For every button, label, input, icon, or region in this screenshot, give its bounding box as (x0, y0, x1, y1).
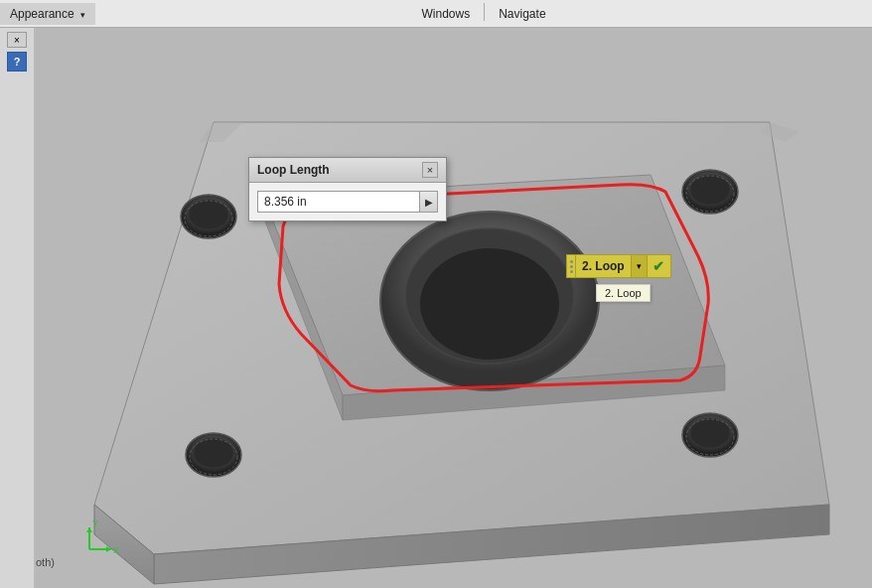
svg-text:Y: Y (92, 518, 98, 528)
menu-item-appearance[interactable]: Appearance ▾ (0, 3, 95, 25)
close-icon: × (14, 35, 20, 46)
appearance-label: Appearance (10, 7, 74, 21)
dialog-expand-button[interactable]: ▶ (420, 191, 438, 213)
dialog-title: Loop Length (257, 163, 330, 177)
menu-item-navigate[interactable]: Navigate (489, 3, 555, 25)
dot-2 (570, 265, 573, 268)
svg-point-21 (690, 418, 730, 448)
menu-separator-1 (484, 3, 485, 21)
dot-1 (570, 260, 573, 263)
dialog-close-button[interactable]: × (422, 162, 438, 178)
check-icon: ✔ (653, 258, 664, 274)
dialog-title-bar: Loop Length × (249, 158, 446, 183)
chevron-down-icon: ▾ (637, 261, 642, 271)
menu-center: Windows Navigate (95, 3, 872, 25)
tooltip-text: 2. Loop (605, 287, 642, 299)
loop-label: 2. Loop (582, 259, 625, 273)
svg-point-15 (690, 175, 730, 205)
windows-label: Windows (422, 7, 471, 21)
svg-point-18 (194, 438, 233, 468)
left-panel-top: × ? (0, 28, 34, 72)
menu-item-windows[interactable]: Windows (412, 3, 481, 25)
handle-dots (570, 260, 573, 273)
svg-point-12 (189, 200, 228, 229)
loop-check-button[interactable]: ✔ (648, 254, 671, 278)
menu-bar: Appearance ▾ Windows Navigate (0, 0, 872, 28)
loop-length-dialog: Loop Length × ▶ (248, 157, 447, 221)
panel-help-button[interactable]: ? (7, 52, 27, 72)
navigate-label: Navigate (499, 7, 545, 21)
dot-3 (570, 270, 573, 273)
loop-handle[interactable] (566, 254, 576, 278)
dialog-input-row: ▶ (257, 191, 438, 213)
help-icon: ? (14, 56, 21, 68)
loop-selector: 2. Loop ▾ ✔ (566, 254, 671, 278)
panel-close-button[interactable]: × (7, 32, 27, 48)
left-panel: × ? (0, 28, 35, 588)
3d-scene-svg: X Y (35, 28, 872, 588)
loop-dropdown-arrow[interactable]: ▾ (632, 254, 648, 278)
loop-tooltip: 2. Loop (596, 284, 651, 302)
appearance-arrow: ▾ (80, 10, 85, 20)
dialog-body: ▶ (249, 183, 446, 220)
svg-point-10 (420, 248, 559, 360)
viewport[interactable]: X Y Loop Length × ▶ (35, 28, 872, 588)
bottom-label: oth) (36, 556, 55, 568)
svg-text:X: X (113, 545, 119, 555)
close-icon: × (427, 164, 433, 176)
loop-length-input[interactable] (257, 191, 420, 213)
loop-dropdown-label[interactable]: 2. Loop (576, 254, 632, 278)
expand-icon: ▶ (425, 197, 433, 208)
